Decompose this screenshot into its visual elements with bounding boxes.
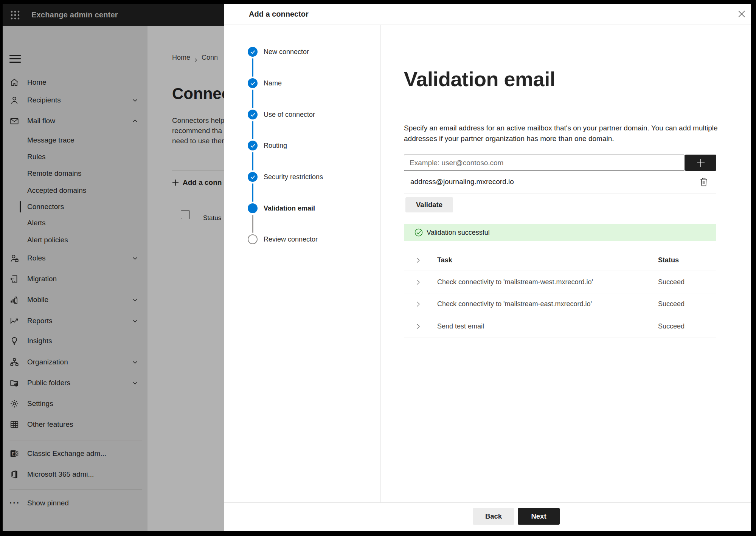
trash-icon[interactable] bbox=[699, 176, 709, 187]
added-address: address@journaling.mxrecord.io bbox=[410, 178, 514, 186]
plus-icon bbox=[696, 158, 706, 168]
step-check-icon bbox=[248, 47, 258, 57]
table-divider bbox=[404, 315, 716, 315]
table-divider bbox=[404, 338, 716, 338]
add-connector-panel: Add a connector New connector Name bbox=[224, 4, 751, 531]
wizard-steps: New connector Name Use of connector Rout… bbox=[224, 25, 381, 503]
validate-button[interactable]: Validate bbox=[405, 197, 453, 212]
wizard-step-label: Security restrictions bbox=[264, 173, 323, 181]
status-cell: Succeed bbox=[658, 322, 685, 330]
step-connector-line bbox=[252, 58, 253, 77]
chevron-right-icon[interactable] bbox=[415, 323, 421, 329]
step-page-title: Validation email bbox=[404, 67, 555, 91]
address-divider bbox=[404, 193, 716, 194]
wizard-step-label: Validation email bbox=[264, 204, 315, 212]
table-row: Check connectivity to 'mailstream-east.m… bbox=[404, 297, 716, 310]
table-divider bbox=[404, 293, 716, 293]
wizard-step-label: Name bbox=[264, 79, 282, 87]
wizard-step-label: Use of connector bbox=[264, 111, 315, 119]
task-column-header: Task bbox=[437, 256, 452, 264]
panel-header: Add a connector bbox=[224, 4, 751, 25]
step-pending-circle bbox=[248, 234, 258, 244]
chevron-right-icon[interactable] bbox=[415, 257, 421, 263]
task-cell: Send test email bbox=[437, 322, 484, 330]
panel-footer: Back Next bbox=[224, 502, 751, 531]
table-row: Check connectivity to 'mailstream-west.m… bbox=[404, 276, 716, 288]
table-header-row: Task Status bbox=[404, 254, 716, 266]
panel-title: Add a connector bbox=[249, 4, 309, 25]
step-check-icon bbox=[248, 110, 258, 119]
step-page-description: Specify an email address for an active m… bbox=[404, 123, 719, 144]
step-check-icon bbox=[248, 141, 258, 150]
close-icon[interactable] bbox=[735, 8, 748, 20]
step-current-dot bbox=[248, 203, 258, 213]
email-address-input[interactable] bbox=[404, 155, 685, 171]
status-cell: Succeed bbox=[658, 278, 685, 286]
wizard-step-label: Routing bbox=[264, 142, 287, 150]
step-connector-line bbox=[252, 121, 253, 139]
chevron-right-icon[interactable] bbox=[415, 301, 421, 307]
app-window: Exchange admin center Home Recipients Ma… bbox=[3, 4, 751, 531]
validation-success-banner: Validation successful bbox=[404, 224, 716, 241]
success-message: Validation successful bbox=[427, 229, 490, 237]
step-connector-line bbox=[252, 183, 253, 202]
status-column-header: Status bbox=[658, 256, 679, 264]
wizard-step-label: New connector bbox=[264, 48, 309, 56]
status-cell: Succeed bbox=[658, 300, 685, 308]
chevron-right-icon[interactable] bbox=[415, 279, 421, 285]
task-cell: Check connectivity to 'mailstream-east.m… bbox=[437, 300, 592, 308]
step-connector-line bbox=[252, 90, 253, 108]
table-row: Send test email Succeed bbox=[404, 320, 716, 333]
table-divider bbox=[404, 271, 716, 271]
step-check-icon bbox=[248, 78, 258, 88]
step-connector-line bbox=[252, 215, 253, 233]
next-button[interactable]: Next bbox=[518, 508, 560, 525]
success-check-icon bbox=[414, 228, 423, 237]
step-check-icon bbox=[248, 172, 258, 182]
step-connector-line bbox=[252, 152, 253, 170]
wizard-step-label: Review connector bbox=[264, 235, 318, 243]
task-cell: Check connectivity to 'mailstream-west.m… bbox=[437, 278, 593, 286]
back-button[interactable]: Back bbox=[473, 508, 514, 525]
add-address-button[interactable] bbox=[685, 155, 716, 171]
